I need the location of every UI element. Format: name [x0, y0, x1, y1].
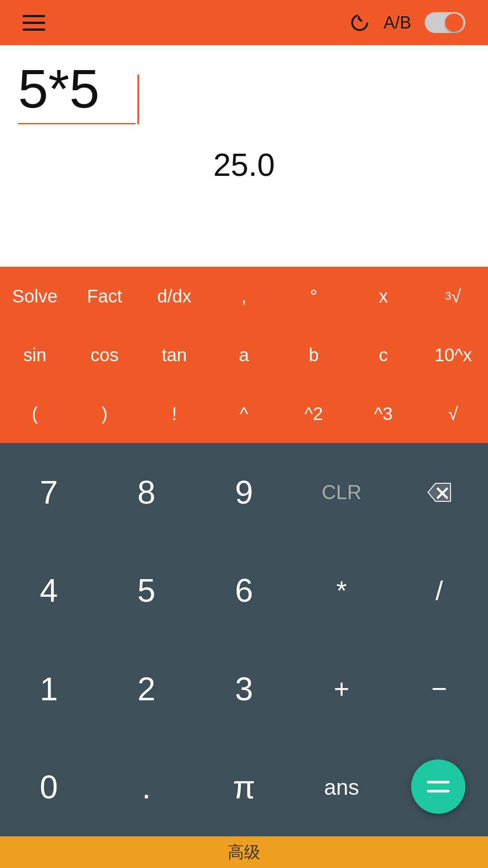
- btn-multiply[interactable]: *: [293, 542, 390, 640]
- power-btn[interactable]: ^: [209, 384, 279, 443]
- cos-btn[interactable]: cos: [70, 326, 139, 384]
- c-btn[interactable]: c: [348, 326, 418, 384]
- btn-8[interactable]: 8: [98, 443, 195, 542]
- menu-button[interactable]: [23, 15, 45, 31]
- btn-6[interactable]: 6: [195, 542, 293, 640]
- btn-minus[interactable]: −: [390, 640, 488, 738]
- ab-toggle[interactable]: [425, 12, 465, 33]
- sq-btn[interactable]: ^2: [279, 384, 348, 443]
- fact-btn[interactable]: Fact: [70, 267, 139, 326]
- sci-row-2: sin cos tan a b c 10^x: [0, 326, 488, 384]
- rparen-btn[interactable]: ): [70, 384, 139, 443]
- btn-ans[interactable]: ans: [293, 738, 390, 837]
- scientific-keyboard: Solve Fact d/dx , ° x 3√ sin cos tan a b…: [0, 267, 488, 443]
- cursor: [137, 75, 139, 124]
- btn-5[interactable]: 5: [98, 542, 195, 640]
- factorial-btn[interactable]: !: [140, 384, 209, 443]
- btn-2[interactable]: 2: [98, 640, 195, 738]
- num-row-1: 7 8 9 CLR: [0, 443, 488, 542]
- ab-label: A/B: [384, 13, 411, 33]
- cb-btn[interactable]: ^3: [348, 384, 418, 443]
- advanced-label: 高级: [228, 841, 260, 863]
- lparen-btn[interactable]: (: [0, 384, 70, 443]
- bottom-bar[interactable]: 高级: [0, 836, 488, 868]
- history-icon[interactable]: [347, 11, 370, 34]
- btn-dot[interactable]: .: [98, 738, 195, 837]
- btn-backspace[interactable]: [390, 443, 488, 542]
- tan-btn[interactable]: tan: [140, 326, 209, 384]
- solve-btn[interactable]: Solve: [0, 267, 70, 326]
- tenx-btn[interactable]: 10^x: [418, 326, 488, 384]
- sci-row-1: Solve Fact d/dx , ° x 3√: [0, 267, 488, 326]
- btn-9[interactable]: 9: [195, 443, 293, 542]
- degree-btn[interactable]: °: [279, 267, 348, 326]
- equals-fab[interactable]: [411, 760, 465, 814]
- btn-pi[interactable]: π: [195, 738, 293, 837]
- sci-row-3: ( ) ! ^ ^2 ^3 √: [0, 384, 488, 443]
- btn-4[interactable]: 4: [0, 542, 98, 640]
- num-row-2: 4 5 6 * /: [0, 542, 488, 640]
- comma-btn[interactable]: ,: [209, 267, 279, 326]
- cbrt-btn[interactable]: 3√: [418, 267, 488, 326]
- btn-plus[interactable]: +: [293, 640, 390, 738]
- display-area: 5*5 25.0: [0, 45, 488, 267]
- btn-7[interactable]: 7: [0, 443, 98, 542]
- a-btn[interactable]: a: [209, 326, 279, 384]
- btn-1[interactable]: 1: [0, 640, 98, 738]
- expression-display: 5*5: [18, 59, 136, 124]
- b-btn[interactable]: b: [279, 326, 348, 384]
- btn-divide[interactable]: /: [390, 542, 488, 640]
- num-row-3: 1 2 3 + −: [0, 640, 488, 738]
- x-btn[interactable]: x: [348, 267, 418, 326]
- header-right: A/B: [347, 11, 465, 34]
- result-display: 25.0: [18, 147, 470, 183]
- ddx-btn[interactable]: d/dx: [140, 267, 209, 326]
- btn-clr[interactable]: CLR: [293, 443, 390, 542]
- sqrt-btn[interactable]: √: [418, 384, 488, 443]
- btn-0[interactable]: 0: [0, 738, 98, 837]
- header: A/B: [0, 0, 488, 45]
- btn-3[interactable]: 3: [195, 640, 293, 738]
- equals-icon: [427, 781, 450, 793]
- sin-btn[interactable]: sin: [0, 326, 70, 384]
